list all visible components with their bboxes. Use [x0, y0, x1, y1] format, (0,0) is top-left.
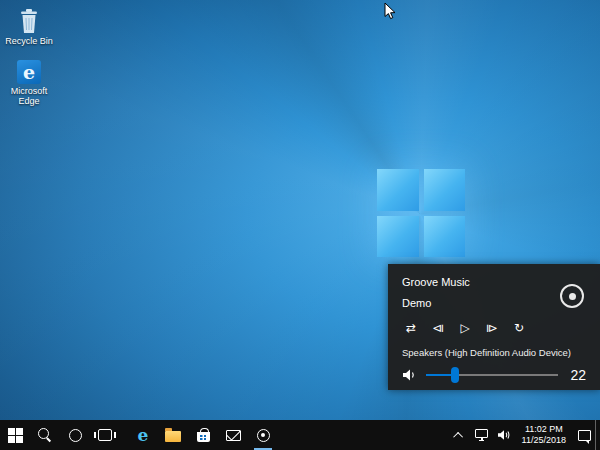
taskbar: e	[0, 420, 600, 450]
chevron-up-icon	[453, 431, 463, 441]
volume-value: 22	[566, 367, 586, 383]
desktop[interactable]: Recycle Bin e Microsoft Edge Groove Musi…	[0, 0, 600, 420]
tray-volume-button[interactable]	[493, 420, 515, 450]
task-view-icon	[98, 429, 112, 441]
media-controls: ⇄ ⧏ ▷ ⧐ ↻	[402, 319, 586, 337]
file-explorer-button[interactable]	[158, 420, 188, 450]
desktop-icon-microsoft-edge[interactable]: e Microsoft Edge	[0, 60, 58, 106]
microsoft-store-icon	[197, 432, 210, 442]
recycle-bin-icon	[17, 8, 41, 34]
windows-logo-wallpaper	[377, 169, 465, 257]
clock-date: 11/25/2018	[522, 435, 566, 446]
windows-desktop-screen: Recycle Bin e Microsoft Edge Groove Musi…	[0, 0, 600, 450]
previous-button[interactable]: ⧏	[429, 319, 447, 337]
taskbar-edge-button[interactable]: e	[128, 420, 158, 450]
system-tray: 11:02 PM 11/25/2018	[449, 420, 600, 450]
action-center-button[interactable]	[573, 420, 595, 450]
desktop-icon-label: Microsoft Edge	[0, 86, 58, 106]
microsoft-store-button[interactable]	[188, 420, 218, 450]
speaker-icon[interactable]	[402, 368, 418, 382]
cortana-icon	[69, 429, 82, 442]
action-center-icon	[578, 430, 591, 441]
show-desktop-button[interactable]	[595, 420, 600, 450]
tray-show-hidden-icons-button[interactable]	[449, 420, 471, 450]
edge-icon-letter: e	[23, 61, 35, 83]
search-button[interactable]	[30, 420, 60, 450]
start-button[interactable]	[0, 420, 30, 450]
tray-speaker-icon	[497, 429, 511, 441]
groove-music-taskbar-icon	[257, 429, 270, 442]
volume-slider[interactable]	[426, 366, 558, 384]
mail-button[interactable]	[218, 420, 248, 450]
volume-slider-thumb[interactable]	[451, 367, 459, 383]
windows-logo-pane	[424, 169, 466, 211]
search-icon	[37, 427, 53, 443]
play-button[interactable]: ▷	[456, 319, 474, 337]
cortana-button[interactable]	[60, 420, 90, 450]
clock-time: 11:02 PM	[525, 424, 563, 435]
windows-logo-pane	[377, 169, 419, 211]
edge-taskbar-icon: e	[138, 427, 149, 444]
desktop-icon-recycle-bin[interactable]: Recycle Bin	[0, 8, 58, 46]
audio-device-name[interactable]: Speakers (High Definition Audio Device)	[402, 347, 586, 358]
windows-logo-pane	[377, 216, 419, 258]
repeat-button[interactable]: ↻	[510, 319, 528, 337]
flyout-track-title: Demo	[402, 297, 586, 309]
media-volume-flyout: Groove Music Demo ⇄ ⧏ ▷ ⧐ ↻ Speakers (Hi…	[388, 264, 600, 390]
taskbar-clock[interactable]: 11:02 PM 11/25/2018	[515, 420, 573, 450]
file-explorer-icon	[165, 431, 181, 442]
windows-logo-pane	[424, 216, 466, 258]
shuffle-button[interactable]: ⇄	[402, 319, 420, 337]
windows-start-icon	[8, 428, 23, 443]
groove-music-button[interactable]	[248, 420, 278, 450]
mail-icon	[226, 430, 241, 441]
edge-icon: e	[17, 60, 41, 84]
desktop-icon-label: Recycle Bin	[5, 36, 53, 46]
flyout-app-name: Groove Music	[402, 276, 586, 288]
network-icon	[475, 429, 488, 438]
tray-network-button[interactable]	[471, 420, 493, 450]
mouse-cursor	[384, 2, 396, 20]
next-button[interactable]: ⧐	[483, 319, 501, 337]
volume-row: 22	[402, 366, 586, 384]
taskbar-spacer	[120, 420, 128, 450]
task-view-button[interactable]	[90, 420, 120, 450]
groove-music-icon	[560, 284, 584, 308]
